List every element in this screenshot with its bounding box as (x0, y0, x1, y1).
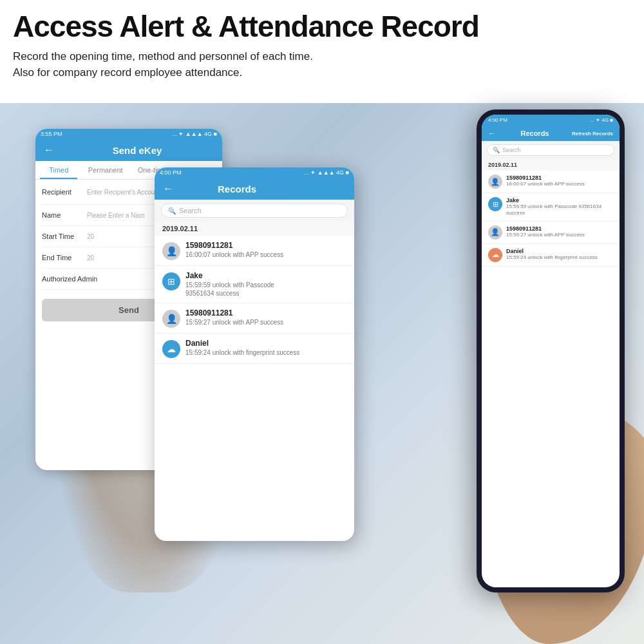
big-refresh-label[interactable]: Refresh Records (572, 131, 613, 137)
big-record-item: 👤 15980911281 16:00:07 unlock with APP s… (482, 171, 620, 193)
tab-timed[interactable]: Timed (35, 161, 82, 179)
big-record-detail: 16:00:07 unlock with APP success (506, 181, 585, 187)
record-detail: 15:59:27 unlock with APP success (185, 318, 346, 327)
record-item: ☁ Daniel 15:59:24 unlock with fingerprin… (155, 334, 354, 364)
big-status-bar: 4:00 PM ... ✦ 4G ■ (482, 115, 620, 126)
avatar: ☁ (162, 340, 180, 358)
big-record-name: Jake (506, 197, 613, 204)
status-bar-records: 4:00 PM ... ✦ ▲▲▲ 4G ■ (155, 167, 354, 178)
big-record-detail: 15:59:24 unlock with fingerprint success (506, 254, 598, 261)
page-subtitle: Record the opening time, method and pers… (13, 48, 631, 81)
big-date-header: 2019.02.11 (482, 159, 620, 171)
big-avatar: ⊞ (488, 197, 502, 211)
search-icon: 🔍 (168, 207, 176, 214)
big-search-icon: 🔍 (493, 147, 500, 153)
avatar: 👤 (162, 242, 180, 260)
record-item: ⊞ Jake 15:59:59 unlock with Passcode9356… (155, 266, 354, 303)
big-records-title: Records (498, 129, 572, 137)
big-search-placeholder: Search (502, 147, 521, 153)
big-avatar: ☁ (488, 248, 502, 262)
records-phone-big: 4:00 PM ... ✦ 4G ■ ← Records Refresh Rec… (477, 109, 625, 592)
avatar: ⊞ (162, 272, 180, 290)
send-ekey-header: Send eKey (35, 139, 222, 161)
record-name: 15980911281 (185, 308, 346, 317)
record-item: 👤 15980911281 16:00:07 unlock with APP s… (155, 236, 354, 266)
tab-permanent[interactable]: Permanent (82, 161, 129, 179)
big-record-detail: 15:59:27 unlock with APP success (506, 232, 585, 238)
search-box[interactable]: 🔍 Search (161, 204, 348, 218)
big-avatar: 👤 (488, 225, 502, 240)
big-avatar: 👤 (488, 175, 502, 189)
records-title: Records (179, 184, 295, 194)
big-record-name: Daniel (506, 248, 598, 254)
big-record-item: 👤 15980911281 15:59:27 unlock with APP s… (482, 222, 620, 244)
screens-container: 3:55 PM ... ✦ ▲▲▲ 4G ■ Send eKey Timed P… (0, 103, 644, 644)
page-title: Access Alert & Attendance Record (13, 10, 631, 43)
page-header: Access Alert & Attendance Record Record … (0, 0, 644, 88)
phone-big-inner: 4:00 PM ... ✦ 4G ■ ← Records Refresh Rec… (482, 115, 620, 587)
record-detail: 15:59:24 unlock with fingerprint success (185, 348, 346, 357)
record-name: Jake (185, 271, 346, 280)
record-name: 15980911281 (185, 241, 346, 250)
search-row: 🔍 Search (155, 200, 354, 222)
record-detail: 15:59:59 unlock with Passcode93561634 su… (185, 281, 346, 298)
search-placeholder: Search (179, 207, 202, 214)
big-back-arrow[interactable]: ← (488, 129, 495, 137)
send-ekey-title: Send eKey (60, 145, 214, 156)
back-arrow-icon[interactable] (43, 144, 55, 156)
record-detail: 16:00:07 unlock with APP success (185, 251, 346, 259)
records-phone-front: 4:00 PM ... ✦ ▲▲▲ 4G ■ Records Refresh R… (155, 167, 354, 541)
record-name: Daniel (185, 339, 346, 348)
big-records-header: ← Records Refresh Records (482, 126, 620, 141)
refresh-label[interactable]: Refresh Records (295, 185, 346, 193)
big-search-box[interactable]: 🔍 Search (487, 144, 614, 156)
big-record-detail: 15:59:59 unlock with Passcode 93561634 s… (506, 204, 613, 217)
big-record-item: ⊞ Jake 15:59:59 unlock with Passcode 935… (482, 193, 620, 222)
big-search-row: 🔍 Search (482, 141, 620, 159)
record-item: 👤 15980911281 15:59:27 unlock with APP s… (155, 303, 354, 334)
date-header: 2019.02.11 (155, 222, 354, 236)
records-header: Records Refresh Records (155, 178, 354, 200)
records-back-arrow[interactable] (162, 183, 174, 194)
big-record-name: 15980911281 (506, 225, 585, 232)
big-record-item: ☁ Daniel 15:59:24 unlock with fingerprin… (482, 244, 620, 267)
avatar: 👤 (162, 310, 180, 328)
status-bar-send-ekey: 3:55 PM ... ✦ ▲▲▲ 4G ■ (35, 129, 222, 139)
big-record-name: 15980911281 (506, 175, 585, 181)
